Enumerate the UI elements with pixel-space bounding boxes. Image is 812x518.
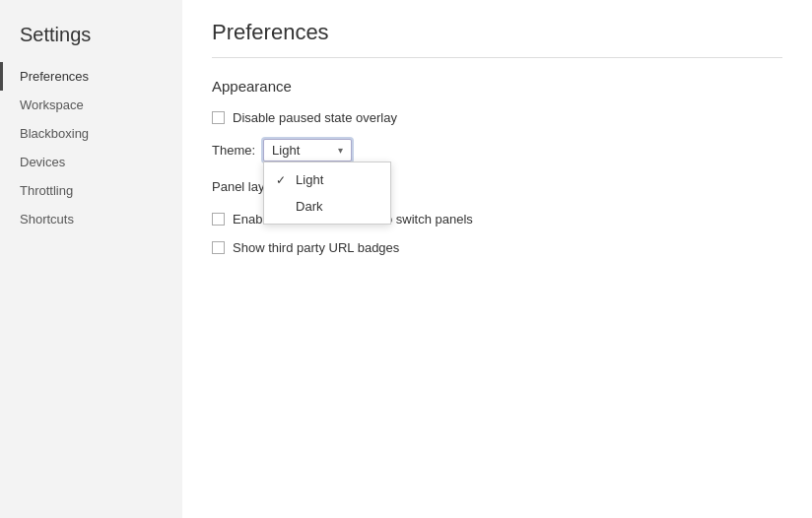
theme-dropdown-menu: ✓ Light Dark bbox=[263, 162, 391, 225]
sidebar-item-devices[interactable]: Devices bbox=[0, 148, 182, 176]
theme-dark-label: Dark bbox=[296, 199, 322, 214]
third-party-badges-text: Show third party URL badges bbox=[233, 240, 399, 255]
section-divider bbox=[212, 57, 782, 58]
sidebar-item-preferences[interactable]: Preferences bbox=[0, 62, 182, 91]
appearance-section-title: Appearance bbox=[212, 78, 782, 95]
theme-light-check: ✓ bbox=[276, 173, 290, 187]
sidebar-item-shortcuts[interactable]: Shortcuts bbox=[0, 205, 182, 233]
sidebar: Settings Preferences Workspace Blackboxi… bbox=[0, 0, 182, 518]
theme-select-container: Light ▾ ✓ Light Dark bbox=[263, 139, 352, 162]
theme-light-label: Light bbox=[296, 172, 323, 187]
main-content: Preferences Appearance Disable paused st… bbox=[182, 0, 812, 518]
third-party-badges-checkbox[interactable] bbox=[212, 241, 225, 254]
theme-row: Theme: Light ▾ ✓ Light Dark bbox=[212, 139, 782, 162]
theme-dropdown-arrow: ▾ bbox=[338, 145, 343, 156]
theme-label: Theme: bbox=[212, 143, 255, 158]
disable-paused-overlay-text: Disable paused state overlay bbox=[233, 110, 397, 125]
third-party-badges-label[interactable]: Show third party URL badges bbox=[212, 240, 399, 255]
disable-paused-overlay-label[interactable]: Disable paused state overlay bbox=[212, 110, 397, 125]
ctrl-shortcut-checkbox[interactable] bbox=[212, 213, 225, 226]
disable-paused-overlay-checkbox[interactable] bbox=[212, 111, 225, 124]
sidebar-item-workspace[interactable]: Workspace bbox=[0, 91, 182, 119]
theme-select-button[interactable]: Light ▾ bbox=[263, 139, 352, 162]
sidebar-item-throttling[interactable]: Throttling bbox=[0, 176, 182, 205]
theme-option-dark[interactable]: Dark bbox=[264, 193, 390, 220]
page-title: Preferences bbox=[212, 20, 782, 45]
sidebar-title: Settings bbox=[0, 16, 182, 62]
third-party-badges-row: Show third party URL badges bbox=[212, 240, 782, 255]
app-layout: Settings Preferences Workspace Blackboxi… bbox=[0, 0, 812, 518]
sidebar-item-blackboxing[interactable]: Blackboxing bbox=[0, 119, 182, 148]
disable-paused-overlay-row: Disable paused state overlay bbox=[212, 110, 782, 125]
theme-option-light[interactable]: ✓ Light bbox=[264, 166, 390, 193]
theme-selected-value: Light bbox=[272, 143, 300, 158]
